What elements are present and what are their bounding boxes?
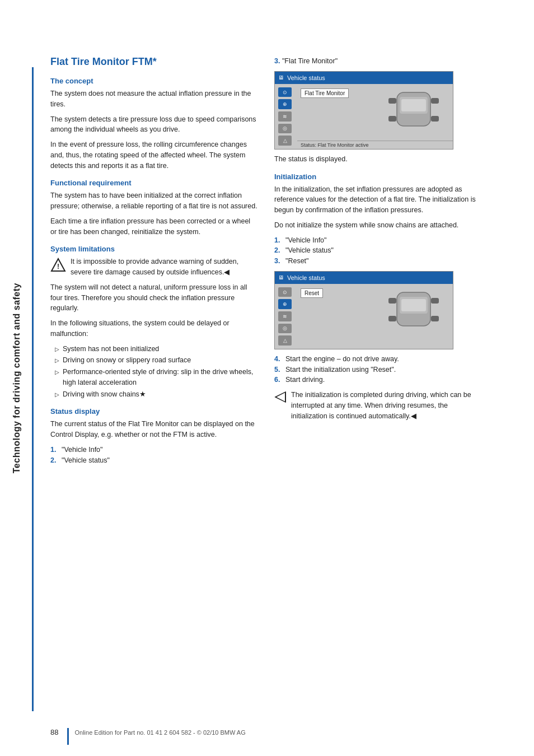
status-display-para: The current status of the Flat Tire Moni… <box>50 419 257 440</box>
svg-rect-14 <box>431 316 439 321</box>
vehicle-status-inner-1: ⊙ ⊕ ≋ ◎ △ Flat Tire Monitor <box>275 84 453 149</box>
svg-rect-5 <box>431 98 439 104</box>
bullet-item: System has not been initialized <box>50 344 257 354</box>
svg-rect-8 <box>401 99 426 111</box>
sidebar-text: Technology for driving comfort and safet… <box>12 283 22 473</box>
note-box: The initialization is completed during d… <box>274 390 481 421</box>
svg-rect-4 <box>388 98 396 104</box>
svg-rect-6 <box>388 116 396 122</box>
warning-box: ! It is impossible to provide advance wa… <box>50 256 257 278</box>
flat-tire-label: Flat Tire Monitor <box>301 88 349 98</box>
heading-status-display: Status display <box>50 407 257 416</box>
init-para-1: In the initialization, the set inflation… <box>274 184 481 216</box>
warning-icon: ! <box>50 258 66 273</box>
system-limit-bullets: System has not been initialized Driving … <box>50 344 257 400</box>
vehicle-status-bar-1: 🖥 Vehicle status <box>275 72 453 84</box>
vehicle-status-bar-2: 🖥 Vehicle status <box>275 272 453 284</box>
v-icon-5: △ <box>278 136 292 146</box>
init-para-2: Do not initialize the system while snow … <box>274 220 481 231</box>
status-display-steps: 1. "Vehicle Info" 2. "Vehicle status" <box>50 445 257 466</box>
car-svg-2 <box>380 287 447 332</box>
note-text: The initialization is completed during d… <box>291 390 481 421</box>
heading-initialization: Initialization <box>274 172 481 181</box>
heading-concept: The concept <box>50 77 257 85</box>
v-icon-8: ≋ <box>278 311 292 321</box>
list-item: 4. Start the engine – do not drive away. <box>274 354 481 365</box>
svg-rect-12 <box>431 298 439 304</box>
page-title: Flat Tire Monitor FTM* <box>50 56 257 68</box>
list-item: 5. Start the initialization using "Reset… <box>274 365 481 375</box>
init-steps: 1. "Vehicle Info" 2. "Vehicle status" 3.… <box>274 235 481 267</box>
page-footer: 88 Online Edition for Part no. 01 41 2 6… <box>34 728 534 745</box>
list-item: 2. "Vehicle status" <box>274 245 481 256</box>
vehicle-display-2: Reset <box>297 284 453 349</box>
v-icon-7: ⊕ <box>278 299 292 309</box>
vehicle-icons-col-1: ⊙ ⊕ ≋ ◎ △ <box>275 84 297 149</box>
svg-rect-15 <box>401 299 426 311</box>
vehicle-status-inner-2: ⊙ ⊕ ≋ ◎ △ Reset <box>275 284 453 349</box>
list-item: 6. Start driving. <box>274 375 481 385</box>
status-displayed: The status is displayed. <box>274 154 481 165</box>
heading-system-limitations: System limitations <box>50 245 257 253</box>
bullet-item: Performance-oriented style of driving: s… <box>50 367 257 388</box>
v-icon-10: △ <box>278 335 292 346</box>
v-icon-9: ◎ <box>278 324 292 334</box>
svg-marker-16 <box>275 392 285 402</box>
sidebar: Technology for driving comfort and safet… <box>0 0 34 756</box>
status-footer-1: Status: Flat Tire Monitor active <box>297 141 453 149</box>
vehicle-display-1: Flat Tire Monitor Status: Flat Tire Moni… <box>297 84 453 149</box>
steps-after: 4. Start the engine – do not drive away.… <box>274 354 481 385</box>
right-column: 3. "Flat Tire Monitor" 🖥 Vehicle status … <box>274 56 481 734</box>
functional-para-1: The system has to have been initialized … <box>50 190 257 212</box>
v-icon-3: ≋ <box>278 111 292 122</box>
svg-rect-11 <box>388 298 396 304</box>
vehicle-icons-col-2: ⊙ ⊕ ≋ ◎ △ <box>275 284 297 349</box>
concept-para-2: The system detects a tire pressure loss … <box>50 114 257 136</box>
left-column: Flat Tire Monitor FTM* The concept The s… <box>50 56 257 734</box>
svg-text:!: ! <box>57 263 59 270</box>
system-limit-para-1: The system will not detect a natural, un… <box>50 282 257 314</box>
note-arrow-icon <box>274 391 287 403</box>
heading-functional: Functional requirement <box>50 179 257 187</box>
list-item: 2. "Vehicle status" <box>50 455 257 466</box>
reset-label: Reset <box>301 288 323 298</box>
v-icon-1: ⊙ <box>278 87 292 97</box>
bullet-item: Driving on snowy or slippery road surfac… <box>50 355 257 366</box>
v-icon-6: ⊙ <box>278 287 292 297</box>
vehicle-status-image-2: 🖥 Vehicle status ⊙ ⊕ ≋ ◎ △ Reset <box>274 271 453 349</box>
footer-text: Online Edition for Part no. 01 41 2 604 … <box>74 728 245 738</box>
list-item: 1. "Vehicle Info" <box>274 235 481 246</box>
main-content: Flat Tire Monitor FTM* The concept The s… <box>34 0 534 756</box>
page-number: 88 <box>50 728 58 736</box>
list-item: 3. "Reset" <box>274 256 481 267</box>
system-limit-para-2: In the following situations, the system … <box>50 318 257 339</box>
page-container: Technology for driving comfort and safet… <box>0 0 534 756</box>
v-icon-2: ⊕ <box>278 99 292 109</box>
concept-para-1: The system does not measure the actual i… <box>50 88 257 110</box>
v-icon-4: ◎ <box>278 124 292 134</box>
vehicle-status-image-1: 🖥 Vehicle status ⊙ ⊕ ≋ ◎ △ Flat Tire Mon… <box>274 71 453 150</box>
footer-line <box>67 728 69 745</box>
svg-rect-13 <box>388 316 396 321</box>
car-svg-1 <box>380 87 447 132</box>
warning-text: It is impossible to provide advance warn… <box>71 256 257 278</box>
step3-label: 3. "Flat Tire Monitor" <box>274 56 481 67</box>
concept-para-3: In the event of pressure loss, the rolli… <box>50 139 257 171</box>
bullet-item: Driving with snow chains★ <box>50 389 257 400</box>
functional-para-2: Each time a tire inflation pressure has … <box>50 216 257 237</box>
svg-rect-7 <box>431 116 439 122</box>
list-item: 1. "Vehicle Info" <box>50 445 257 455</box>
